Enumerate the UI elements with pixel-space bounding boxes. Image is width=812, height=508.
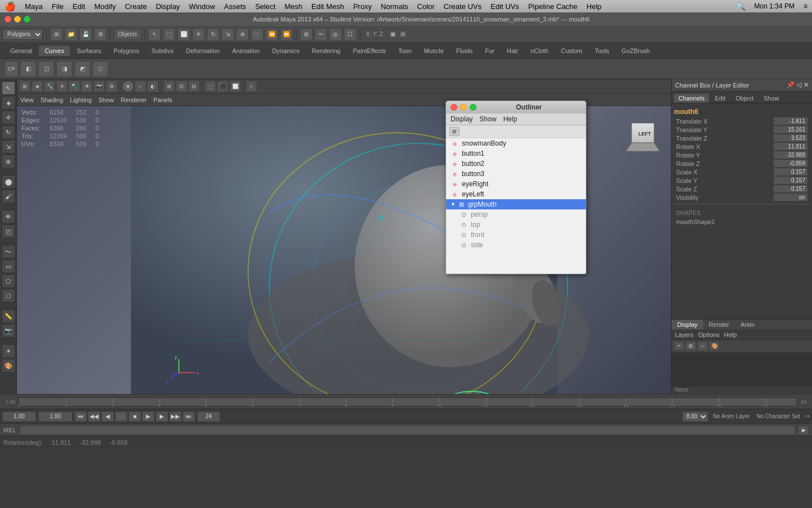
history-btn[interactable]: ⏪: [266, 28, 278, 41]
vp-tb-shade3[interactable]: ◐: [147, 81, 158, 92]
mel-input[interactable]: [20, 426, 795, 435]
outliner-item-button1[interactable]: ◈ button1: [446, 148, 586, 159]
render-tool-btn[interactable]: ☀: [2, 344, 15, 358]
outliner-item-eyeleft[interactable]: ◈ eyeLeft: [446, 189, 586, 199]
tab-dynamics[interactable]: Dynamics: [267, 46, 305, 56]
skip-end-btn[interactable]: ⏭: [183, 411, 195, 422]
view-cube[interactable]: LEFT: [620, 112, 665, 157]
cb-value-ry[interactable]: -32.988: [774, 151, 807, 159]
expand-icon-grpmouth[interactable]: ▼: [451, 202, 456, 207]
shapes-name[interactable]: mouthShape2: [674, 217, 810, 226]
menu-create[interactable]: Create: [125, 2, 147, 11]
le-tab-display[interactable]: Display: [672, 319, 703, 330]
menu-normals[interactable]: Normals: [381, 2, 408, 11]
render-region-btn[interactable]: ⊟: [399, 30, 407, 38]
tab-fluids[interactable]: Fluids: [451, 46, 478, 56]
cb-pin-icon[interactable]: 📌: [787, 81, 795, 89]
camera-btn[interactable]: 📷: [2, 324, 15, 338]
curve-tool-btn[interactable]: 〜: [2, 245, 15, 259]
sculpt-btn[interactable]: 🖌: [2, 190, 15, 203]
vp-tb-btn-1[interactable]: ⊞: [19, 81, 30, 92]
paint-tool-btn[interactable]: 🎨: [2, 359, 15, 373]
outliner-menu-help[interactable]: Help: [503, 115, 517, 123]
vp-menu-show[interactable]: Show: [99, 97, 114, 103]
anim-layer-dropdown[interactable]: 8.00: [682, 411, 708, 422]
close-button[interactable]: [5, 16, 11, 23]
cb-tab-object[interactable]: Object: [731, 94, 758, 103]
cb-row-scale-z[interactable]: Scale Z 0.157: [674, 185, 810, 193]
le-menu-help[interactable]: Help: [724, 331, 737, 338]
universal-btn[interactable]: ⊕: [236, 28, 249, 41]
tab-animation[interactable]: Animation: [227, 46, 266, 56]
toolbar-btn-1[interactable]: ⊞: [50, 28, 63, 41]
cb-value-tz[interactable]: 3.533: [774, 134, 807, 142]
le-color-btn[interactable]: 🎨: [709, 341, 720, 351]
soft-mod-btn[interactable]: ⬤: [2, 175, 15, 189]
vp-tb-shade1[interactable]: ●: [122, 81, 134, 92]
scale-tool-btn[interactable]: ⇲: [2, 140, 15, 154]
tab-deformation[interactable]: Deformation: [180, 46, 226, 56]
outliner-item-button3[interactable]: ◈ button3: [446, 169, 586, 179]
vp-tb-panel-btn[interactable]: ⊟: [188, 81, 200, 92]
outliner-item-eyeright[interactable]: ◈ eyeRight: [446, 179, 586, 189]
vp-tb-btn-6[interactable]: 👁: [81, 81, 92, 92]
cb-row-rotate-z[interactable]: Rotate Z -0.859: [674, 159, 810, 168]
vp-menu-panels[interactable]: Panels: [153, 97, 173, 103]
cb-row-rotate-x[interactable]: Rotate X 11.811: [674, 142, 810, 151]
tab-rendering[interactable]: Rendering: [306, 46, 346, 56]
cb-row-translate-x[interactable]: Translate X -1.811: [674, 117, 810, 125]
objects-button[interactable]: Objects: [114, 29, 141, 40]
vp-tb-layout-btn[interactable]: ⊡: [176, 81, 187, 92]
current-frame-field[interactable]: [38, 411, 72, 422]
cb-tab-edit[interactable]: Edit: [710, 94, 730, 103]
move-tool-btn[interactable]: ✛: [2, 111, 15, 124]
menu-assets[interactable]: Assets: [224, 2, 246, 11]
move-btn[interactable]: ✛: [192, 28, 205, 41]
menu-help[interactable]: Help: [586, 2, 602, 11]
play-fwd-btn[interactable]: ▶: [142, 411, 155, 422]
tab-custom[interactable]: Custom: [555, 46, 588, 56]
timeline-bar[interactable]: 1 2 3 4 5 6 7 8 9 10 11 12 13 1: [19, 397, 797, 406]
vp-tb-camera2[interactable]: ⬛: [217, 81, 228, 92]
select-btn[interactable]: ↖: [148, 28, 161, 41]
cb-row-translate-z[interactable]: Translate Z 3.533: [674, 134, 810, 142]
step-fwd-btn[interactable]: ▶: [156, 411, 168, 422]
rotate-btn[interactable]: ↻: [207, 28, 219, 41]
shelf-cp-btn[interactable]: CP: [5, 61, 18, 77]
show-hide-btn[interactable]: 👁: [2, 210, 15, 224]
menu-modify[interactable]: Modify: [94, 2, 116, 11]
outliner-menu-show[interactable]: Show: [479, 115, 496, 123]
outliner-item-top[interactable]: ⊙ top: [446, 220, 586, 230]
tab-painteffects[interactable]: PaintEffects: [347, 46, 392, 56]
le-new-layer-btn[interactable]: +: [674, 341, 684, 351]
step-fwd-key-btn[interactable]: ▶▶: [169, 411, 182, 422]
cb-value-sy[interactable]: 0.157: [774, 177, 807, 184]
le-delete-layer-btn[interactable]: −: [698, 341, 708, 351]
scale-btn[interactable]: ⇲: [222, 28, 234, 41]
search-icon[interactable]: 🔍: [736, 2, 745, 11]
outliner-item-grpmouth[interactable]: ▼ ⊞ grpMouth: [446, 199, 586, 209]
cb-value-rz[interactable]: -0.859: [774, 160, 807, 167]
play-back-btn[interactable]: ◁: [115, 411, 127, 422]
step-back-key-btn[interactable]: ◀◀: [88, 411, 100, 422]
cb-row-translate-y[interactable]: Translate Y 15.161: [674, 125, 810, 134]
mode-dropdown[interactable]: Polygons: [2, 29, 43, 40]
cb-row-visibility[interactable]: Visibility on: [674, 193, 810, 202]
tab-toon[interactable]: Toon: [392, 46, 417, 56]
vp-menu-shading[interactable]: Shading: [41, 97, 63, 103]
menu-edit-mesh[interactable]: Edit Mesh: [311, 2, 344, 11]
outliner-item-front[interactable]: ⊙ front: [446, 230, 586, 240]
tab-subdiv[interactable]: Subdivs: [146, 46, 179, 56]
snap-curve-btn[interactable]: 〜: [315, 28, 327, 41]
paint-select-btn[interactable]: ◈: [2, 96, 15, 110]
vp-tb-btn-5[interactable]: 🔦: [69, 81, 80, 92]
menu-proxy[interactable]: Proxy: [353, 2, 372, 11]
subdiv-tool-btn[interactable]: ⬡: [2, 289, 15, 303]
cb-value-sx[interactable]: 0.157: [774, 168, 807, 176]
snap-view-btn[interactable]: ☐: [344, 28, 356, 41]
vp-tb-camera1[interactable]: ⬚: [205, 81, 216, 92]
menu-window[interactable]: Window: [189, 2, 215, 11]
start-frame-field[interactable]: [2, 411, 36, 422]
poly-tool-btn[interactable]: ⬠: [2, 274, 15, 288]
tab-muscle[interactable]: Muscle: [418, 46, 449, 56]
